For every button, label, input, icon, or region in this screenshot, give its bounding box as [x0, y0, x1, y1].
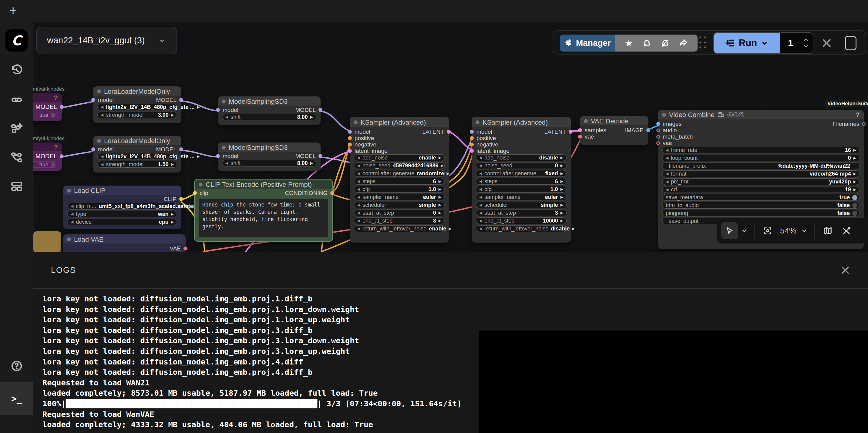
widget-left-arrow[interactable]: ◀ — [357, 156, 360, 159]
cancel-icon[interactable] — [821, 38, 832, 49]
input-port[interactable]: vae — [580, 133, 648, 140]
widget-left-arrow[interactable]: ◀ — [71, 220, 73, 224]
close-icon[interactable] — [840, 265, 850, 275]
collapse-dot[interactable] — [199, 183, 203, 186]
node-ksampler-advanced-2[interactable]: KSampler (Advanced) model positive negat… — [472, 117, 571, 243]
widget-left-arrow[interactable]: ◀ — [357, 219, 360, 222]
node-help-icon[interactable]: ? — [54, 144, 58, 151]
toggle-links-icon[interactable] — [842, 226, 851, 235]
notification-bell-off-icon[interactable] — [660, 38, 670, 48]
widget-left-arrow[interactable]: ◀ — [101, 113, 103, 117]
widget-left-arrow[interactable]: ◀ — [479, 203, 482, 207]
workflows-icon[interactable] — [0, 88, 33, 112]
node-header[interactable]: CLIP Text Encode (Positive Prompt) — [195, 180, 332, 189]
drag-handle-icon[interactable] — [700, 36, 707, 50]
node-widget[interactable]: ◀ loop_count 0 ▶ — [662, 155, 860, 161]
widget-right-arrow[interactable]: ▶ — [572, 227, 575, 230]
new-workflow-tab-button[interactable]: + — [7, 5, 20, 18]
comfyui-logo[interactable]: C — [5, 29, 28, 52]
widget-left-arrow[interactable]: ◀ — [357, 164, 360, 167]
widget-right-arrow[interactable]: ▶ — [560, 219, 563, 222]
output-port[interactable]: MODEL — [156, 146, 179, 153]
pointer-tool-chevron-icon[interactable] — [741, 227, 748, 235]
node-widget[interactable]: ◀ sampler_name euler ▶ — [354, 194, 445, 200]
widget-right-arrow[interactable]: ▶ — [197, 105, 199, 109]
widget-right-arrow[interactable]: ▶ — [310, 115, 313, 119]
node-header[interactable]: ? — [33, 143, 62, 151]
widget-right-arrow[interactable]: ▶ — [171, 212, 174, 216]
input-port[interactable]: positive — [350, 135, 449, 141]
node-library-icon[interactable] — [0, 117, 33, 141]
widget-left-arrow[interactable]: ◀ — [666, 172, 669, 176]
help-icon[interactable] — [0, 354, 33, 378]
widget-left-arrow[interactable]: ◀ — [479, 156, 482, 159]
node-header[interactable]: KSampler (Advanced) — [472, 117, 571, 127]
output-port[interactable]: MODEL — [33, 151, 62, 158]
batch-count-stepper[interactable] — [803, 38, 809, 48]
input-port[interactable]: negative — [472, 141, 571, 148]
node-header[interactable]: VAE Decode — [580, 116, 648, 125]
widget-right-arrow[interactable]: ▶ — [171, 220, 174, 224]
widget-right-arrow[interactable]: ▶ — [439, 180, 441, 183]
node-widget[interactable]: ◀ control after generate randomize ▶ — [354, 170, 445, 177]
fit-view-icon[interactable] — [763, 226, 772, 235]
input-port[interactable]: positive — [472, 135, 571, 141]
widget-left-arrow[interactable]: ◀ — [479, 227, 482, 230]
widget-right-arrow[interactable]: ▶ — [439, 195, 441, 199]
node-modelsampling-2[interactable]: ModelSamplingSD3 model MODEL ◀ shift 8.0… — [218, 143, 320, 171]
node-widget[interactable]: ◀ pix_fmt yuv420p ▶ — [662, 178, 860, 185]
widget-right-arrow[interactable]: ▶ — [854, 188, 856, 191]
node-widget[interactable]: ◀ crf 19 ▶ — [662, 186, 860, 193]
model-library-icon[interactable] — [0, 146, 33, 169]
widget-left-arrow[interactable]: ◀ — [479, 172, 482, 175]
node-header[interactable]: ModelSamplingSD3 — [218, 96, 320, 105]
widget-right-arrow[interactable]: ▶ — [446, 172, 449, 175]
output-port[interactable]: CONDITIONING — [285, 190, 330, 196]
node-header[interactable]: Video Combine ⓋⒽⓈ ? — [658, 110, 864, 119]
node-widget[interactable]: ◀ clip_n ... umt5_xxl_fp8_e4m3fn_scaled.… — [67, 203, 177, 210]
widget-left-arrow[interactable]: ◀ — [479, 195, 482, 199]
node-widget[interactable]: ◀ end_at_step 3 ▶ — [354, 217, 445, 224]
output-port[interactable]: VAE — [169, 245, 183, 252]
widget-left-arrow[interactable]: ◀ — [101, 105, 103, 109]
widget-right-arrow[interactable]: ▶ — [854, 156, 856, 160]
widget-left-arrow[interactable]: ◀ — [357, 187, 360, 191]
node-kjnodes-1[interactable]: ? MODEL true — [33, 93, 62, 121]
node-vae-decode[interactable]: VAE Decode samples vae IMAGE — [580, 116, 648, 145]
widget-left-arrow[interactable]: ◀ — [666, 180, 669, 183]
widget-left-arrow[interactable]: ◀ — [479, 164, 482, 167]
output-port[interactable]: MODEL — [33, 101, 62, 109]
widget-left-arrow[interactable]: ◀ — [71, 205, 73, 208]
node-widget[interactable]: ◀ scheduler simple ▶ — [476, 202, 566, 208]
collapse-dot[interactable] — [222, 146, 226, 150]
widget-right-arrow[interactable]: ▶ — [439, 156, 441, 159]
manager-button[interactable]: Manager — [560, 35, 615, 52]
node-widget[interactable]: ◀ cfg 1.0 ▶ — [354, 186, 445, 192]
collapse-dot[interactable] — [67, 238, 71, 241]
pointer-tool-button[interactable] — [721, 222, 738, 239]
node-widget[interactable]: ◀ sampler_name euler ▶ — [476, 194, 566, 200]
node-widget[interactable]: ◀ filename_prefix %date:yyyy-MM-dd%/wan2… — [662, 162, 860, 169]
node-widget[interactable]: ◀ pingpong false ▶ — [662, 210, 860, 216]
node-widget[interactable]: ◀ control after generate fixed ▶ — [476, 170, 566, 177]
node-loraloader-2[interactable]: LoraLoaderModelOnly model MODEL ◀ lightx… — [93, 136, 181, 173]
toggle-widget[interactable]: true — [33, 112, 58, 118]
widget-right-arrow[interactable]: ▶ — [439, 203, 441, 207]
widget-left-arrow[interactable]: ◀ — [101, 155, 103, 158]
node-widget[interactable]: ◀ add_noise enable ▶ — [354, 154, 445, 161]
collapse-dot[interactable] — [662, 113, 666, 117]
widget-right-arrow[interactable]: ▶ — [560, 195, 563, 199]
output-port[interactable]: MODEL — [295, 107, 318, 113]
widget-right-arrow[interactable]: ▶ — [171, 162, 174, 166]
node-widget[interactable]: ◀ noise_seed 459799442416886 ▶ — [354, 162, 445, 169]
node-widget[interactable]: ◀ end_at_step 10000 ▶ — [476, 217, 566, 224]
widget-right-arrow[interactable]: ▶ — [197, 155, 199, 158]
node-widget[interactable]: ◀ start_at_step 0 ▶ — [354, 210, 445, 216]
collapse-dot[interactable] — [67, 189, 71, 192]
widget-right-arrow[interactable]: ▶ — [854, 148, 856, 152]
node-modelsampling-1[interactable]: ModelSamplingSD3 model MODEL ◀ shift 8.0… — [218, 96, 320, 125]
output-port[interactable]: LATENT — [423, 129, 446, 135]
run-options-chevron-icon[interactable] — [761, 39, 769, 47]
node-header[interactable]: ModelSamplingSD3 — [218, 143, 320, 152]
node-widget[interactable]: ◀ steps 6 ▶ — [354, 178, 445, 185]
